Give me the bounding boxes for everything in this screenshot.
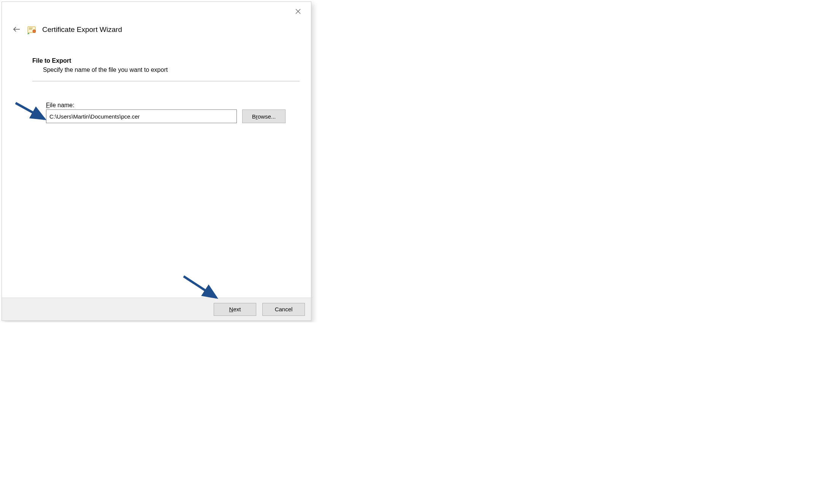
wizard-header: Certificate Export Wizard: [2, 21, 311, 35]
wizard-content: File to Export Specify the name of the f…: [2, 35, 311, 298]
wizard-window: Certificate Export Wizard File to Export…: [2, 2, 311, 321]
file-input-row: Browse...: [46, 109, 300, 123]
file-field-group: File name: Browse...: [46, 102, 300, 123]
svg-rect-6: [29, 29, 32, 29]
file-name-input[interactable]: [46, 109, 237, 123]
svg-point-4: [33, 30, 36, 33]
next-button[interactable]: Next: [214, 303, 256, 316]
certificate-icon: [27, 25, 37, 35]
section-description: Specify the name of the file you want to…: [43, 67, 300, 73]
back-button[interactable]: [12, 25, 22, 34]
cancel-button[interactable]: Cancel: [262, 303, 305, 316]
back-arrow-icon: [13, 26, 21, 32]
section-heading: File to Export: [32, 57, 300, 64]
browse-button[interactable]: Browse...: [242, 109, 286, 123]
close-icon: [295, 9, 301, 14]
close-button[interactable]: [290, 6, 306, 17]
wizard-footer: Next Cancel: [2, 298, 311, 320]
file-name-label: File name:: [46, 102, 300, 109]
titlebar: [2, 2, 311, 21]
wizard-title: Certificate Export Wizard: [42, 25, 122, 34]
svg-rect-5: [29, 28, 33, 28]
divider: [32, 81, 300, 81]
